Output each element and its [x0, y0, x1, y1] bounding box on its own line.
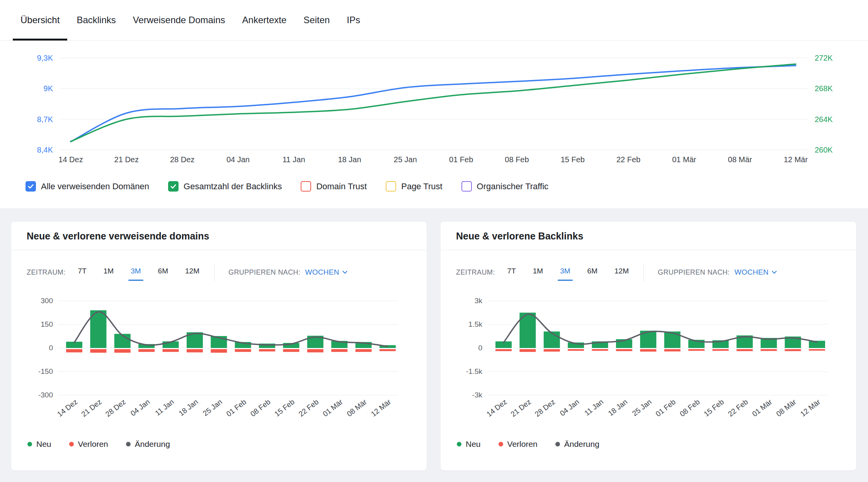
new-lost-backlinks-card: Neue & verlorene Backlinks ZEITRAUM: 7T1…	[441, 222, 856, 470]
series-toggle-label: Gesamtzahl der Backlinks	[184, 182, 282, 192]
svg-text:18 Jan: 18 Jan	[177, 398, 200, 418]
chevron-down-icon	[772, 269, 777, 274]
svg-text:01 Feb: 01 Feb	[654, 398, 677, 418]
new-lost-referring-domains-card: Neue & verlorene verweisende domains ZEI…	[11, 222, 427, 470]
series-toggle-label: Domain Trust	[316, 182, 367, 192]
svg-text:01 Mär: 01 Mär	[672, 155, 696, 164]
svg-text:01 Mär: 01 Mär	[751, 397, 774, 418]
legend-label: Neu	[466, 440, 481, 449]
svg-text:260K: 260K	[815, 146, 833, 154]
svg-text:28 Dez: 28 Dez	[170, 155, 194, 164]
svg-text:1.5k: 1.5k	[468, 320, 482, 328]
svg-text:22 Feb: 22 Feb	[616, 155, 640, 164]
group-by-value: WOCHEN	[734, 268, 768, 277]
overview-trend-section: 9,3K272K9K268K8,7K264K8,4K260K14 Dez21 D…	[0, 41, 868, 208]
svg-text:-3k: -3k	[472, 391, 483, 399]
legend-dot-icon	[499, 442, 503, 446]
chart-controls: ZEITRAUM: 7T1M3M6M12M GRUPPIEREN NACH: W…	[441, 263, 856, 281]
group-by-control: GRUPPIEREN NACH: WOCHEN	[643, 263, 776, 281]
svg-text:21 Dez: 21 Dez	[80, 398, 103, 419]
svg-text:08 Feb: 08 Feb	[505, 155, 529, 164]
svg-text:08 Mär: 08 Mär	[345, 397, 369, 418]
svg-text:12 Mär: 12 Mär	[369, 397, 393, 418]
chart-series-toggles: Alle verweisenden DomänenGesamtzahl der …	[0, 168, 868, 192]
svg-text:15 Feb: 15 Feb	[273, 398, 296, 418]
svg-text:04 Jan: 04 Jan	[558, 398, 581, 418]
svg-text:08 Mär: 08 Mär	[728, 155, 752, 164]
period-option-1m[interactable]: 1M	[103, 266, 114, 278]
unchecked-checkbox-icon[interactable]	[386, 181, 396, 192]
legend-label: Neu	[36, 440, 51, 449]
svg-text:14 Dez: 14 Dez	[58, 155, 83, 164]
legend-dot-icon	[555, 442, 560, 446]
chart-legend: NeuVerlorenÄnderung	[11, 434, 427, 449]
legend-item-neu: Neu	[27, 440, 51, 449]
legend-item-verloren: Verloren	[499, 440, 538, 449]
svg-text:28 Dez: 28 Dez	[533, 398, 557, 419]
tab-übersicht[interactable]: Übersicht	[15, 0, 65, 40]
period-option-12m[interactable]: 12M	[614, 266, 630, 278]
svg-text:268K: 268K	[815, 84, 833, 93]
svg-text:0: 0	[478, 344, 482, 352]
tab-verweisende-domains[interactable]: Verweisende Domains	[128, 0, 231, 40]
series-toggle-organischer-traffic[interactable]: Organischer Traffic	[461, 181, 548, 192]
checked-checkbox-icon[interactable]	[26, 181, 36, 192]
svg-text:04 Jan: 04 Jan	[226, 155, 250, 164]
svg-text:9K: 9K	[44, 84, 53, 93]
svg-text:01 Mär: 01 Mär	[321, 397, 344, 418]
svg-text:150: 150	[41, 320, 53, 328]
svg-text:12 Mär: 12 Mär	[784, 155, 808, 164]
series-toggle-gesamtzahl-der-backlinks[interactable]: Gesamtzahl der Backlinks	[168, 181, 282, 192]
tab-backlinks[interactable]: Backlinks	[71, 0, 121, 40]
period-option-12m[interactable]: 12M	[184, 266, 200, 278]
svg-text:-300: -300	[38, 391, 53, 399]
period-option-6m[interactable]: 6M	[587, 266, 598, 278]
zeitraum-label: ZEITRAUM:	[27, 268, 66, 277]
svg-text:08 Feb: 08 Feb	[678, 398, 701, 418]
cards-row: Neue & verlorene verweisende domains ZEI…	[0, 208, 868, 470]
series-toggle-page-trust[interactable]: Page Trust	[386, 181, 442, 192]
series-toggle-label: Page Trust	[401, 182, 442, 192]
svg-text:08 Feb: 08 Feb	[249, 398, 272, 418]
svg-text:11 Jan: 11 Jan	[583, 398, 605, 418]
svg-text:18 Jan: 18 Jan	[607, 398, 629, 418]
unchecked-checkbox-icon[interactable]	[461, 181, 472, 192]
card-title: Neue & verlorene verweisende domains	[11, 222, 427, 250]
legend-label: Änderung	[564, 440, 599, 449]
group-by-dropdown[interactable]: WOCHEN	[305, 268, 346, 277]
series-toggle-label: Alle verweisenden Domänen	[41, 182, 149, 192]
period-option-1m[interactable]: 1M	[532, 266, 544, 278]
period-option-3m[interactable]: 3M	[130, 266, 141, 278]
svg-text:11 Jan: 11 Jan	[283, 155, 305, 164]
backlink-analytics-page: ÜbersichtBacklinksVerweisende DomainsAnk…	[0, 0, 868, 470]
svg-text:3k: 3k	[475, 297, 483, 305]
card-title: Neue & verlorene Backlinks	[441, 222, 856, 250]
legend-item-verloren: Verloren	[69, 440, 108, 449]
period-option-6m[interactable]: 6M	[157, 266, 169, 278]
svg-text:25 Jan: 25 Jan	[201, 398, 224, 418]
tab-ankertexte[interactable]: Ankertexte	[237, 0, 292, 40]
group-by-label: GRUPPIEREN NACH:	[228, 268, 300, 277]
zeitraum-label: ZEITRAUM:	[456, 268, 495, 277]
checked-checkbox-icon[interactable]	[168, 181, 179, 192]
series-toggle-domain-trust[interactable]: Domain Trust	[301, 181, 367, 192]
series-toggle-alle-verweisenden-domänen[interactable]: Alle verweisenden Domänen	[26, 181, 149, 192]
chart-controls: ZEITRAUM: 7T1M3M6M12M GRUPPIEREN NACH: W…	[11, 263, 427, 281]
unchecked-checkbox-icon[interactable]	[301, 181, 311, 192]
group-by-dropdown[interactable]: WOCHEN	[734, 268, 776, 277]
legend-dot-icon	[27, 442, 32, 446]
tab-ips[interactable]: IPs	[341, 0, 366, 40]
svg-text:8,7K: 8,7K	[37, 115, 53, 124]
svg-text:9,3K: 9,3K	[37, 54, 53, 62]
svg-text:15 Feb: 15 Feb	[561, 155, 585, 164]
svg-text:04 Jan: 04 Jan	[129, 398, 151, 418]
tab-seiten[interactable]: Seiten	[298, 0, 335, 40]
group-by-control: GRUPPIEREN NACH: WOCHEN	[214, 263, 347, 281]
legend-label: Verloren	[78, 440, 108, 449]
legend-dot-icon	[126, 442, 131, 446]
svg-text:272K: 272K	[815, 54, 833, 62]
period-option-3m[interactable]: 3M	[559, 266, 571, 278]
svg-text:22 Feb: 22 Feb	[727, 398, 750, 418]
period-option-7t[interactable]: 7T	[507, 266, 517, 278]
period-option-7t[interactable]: 7T	[77, 266, 87, 278]
